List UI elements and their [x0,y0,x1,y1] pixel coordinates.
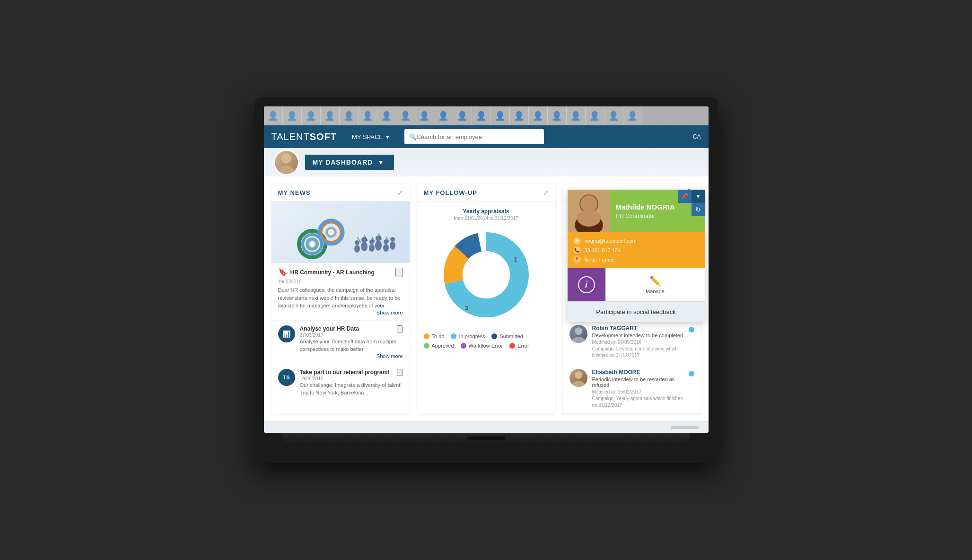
participate-social-feedback-button[interactable]: Participate in social feedback [568,301,705,322]
my-news-panel: MY NEWS ⤢ [271,184,410,414]
news-options-button-2[interactable]: ··· [397,325,403,332]
referral-header: Take part in our referral program! ··· [300,369,403,376]
svg-point-1 [278,166,295,175]
legend-submitted: Submitted [491,333,523,339]
profile-panel-top: Mathilde NOGRIA HR Coordinator 📌 ▾ ↻ [568,190,705,232]
dashboard-title-button[interactable]: MY DASHBOARD ▼ [305,155,394,170]
action-status-dot-5 [689,371,694,376]
profile-pin-button[interactable]: 📌 [678,190,692,203]
action-person-name-4: Robin TAGGART [592,325,684,332]
legend-dot-approved [424,343,429,349]
news-icon-hr: 📊 [278,325,295,342]
svg-point-41 [575,327,582,335]
chart-legend: To do In progress Submitted Approve [417,329,555,353]
legend-to-do: To do [424,333,445,339]
news-item: 🔖 HR Community - AR Launching ··· 19/05/… [271,263,410,321]
search-input[interactable] [417,133,539,140]
analyse-hr-text: Analyse your Talentsoft data from multip… [300,338,403,353]
profile-logout-button[interactable]: ↻ [692,203,705,216]
dashboard-title: MY DASHBOARD [313,158,373,166]
news-icon-item-2: TS Take part in our referral program! ··… [271,364,410,402]
bottom-bar [264,421,709,433]
svg-point-3 [355,240,359,245]
action-avatar-robin2 [569,325,587,343]
legend-approved: Approved [424,343,454,349]
chart-section: Yearly appraisals from 21/01/2014 to 31/… [417,201,555,329]
news-graphic [284,204,397,261]
profile-job-title: HR Coordinator [616,213,699,219]
robin-taggart-content-2: Robin TAGGART Development interview to b… [592,325,684,359]
svg-point-12 [390,241,395,250]
phone-value: 33 101 010 101 [585,247,621,253]
my-space-label: MY SPACE [352,133,383,140]
action-item-5: Elisabeth MOORE Periodic interview to be… [563,364,701,414]
my-space-button[interactable]: MY SPACE ▾ [346,131,395,143]
action-detail-7: Modified on 06/09/2016 [592,339,684,346]
location-icon: 📍 [573,256,581,263]
svg-point-4 [361,242,368,251]
action-person-name-5: Elisabeth MOORE [592,369,684,376]
expand-news-button[interactable]: ⤢ [397,189,403,196]
news-item-date: 19/05/2016 [278,279,403,284]
dropdown-arrow-icon: ▼ [377,158,385,166]
svg-point-49 [577,210,601,227]
news-item-title-group: 🔖 HR Community - AR Launching [278,268,375,277]
my-follow-up-header: MY FOLLOW-UP ⤢ [417,184,555,201]
donut-chart: 1 3 [424,228,549,322]
svg-point-10 [383,244,389,252]
legend-dot-inprogress [451,333,456,339]
legend-in-progress: In progress [451,333,485,339]
legend-label-approved: Approved [432,343,454,349]
news-item-title: HR Community - AR Launching [290,269,375,276]
action-detail-8: Campaign: Development Interview which fi… [592,346,684,359]
legend-label-todo: To do [432,333,445,339]
scroll-indicator [671,426,699,429]
news-options-button[interactable]: ··· [395,268,403,277]
referral-date: 19/06/2016 [300,376,403,381]
profile-bottom-buttons: i ✏️ Manage [568,268,705,301]
expand-follow-up-button[interactable]: ⤢ [543,189,549,196]
show-more-link[interactable]: Show more [278,310,403,315]
banner-overlay [264,106,709,125]
legend-dot-workflow-error [461,343,466,349]
chart-icon: 📊 [282,330,290,338]
profile-panel-controls: 📌 ▾ [678,190,705,203]
search-box[interactable]: 🔍 [404,129,544,144]
legend-label-submitted: Submitted [499,333,523,339]
profile-panel: Mathilde NOGRIA HR Coordinator 📌 ▾ ↻ [568,190,705,322]
action-item-4: Robin TAGGART Development interview to b… [563,320,701,364]
news-icon-item: 📊 Analyse your HR Data ··· 27/03/2017 An… [271,321,410,364]
profile-email: ✉ nogria@talentsoft.com [573,237,699,245]
svg-point-44 [572,381,585,387]
news-options-button-3[interactable]: ··· [397,369,403,376]
app-logo: TALENTSOFT [271,131,337,142]
profile-logout-area: ↻ [692,203,705,216]
laptop-base [283,433,690,444]
chart-subtitle: from 21/01/2014 to 31/12/2017 [424,216,549,221]
profile-manage-button[interactable]: ✏️ Manage [605,268,705,301]
action-avatar-elisabeth [569,369,587,387]
svg-point-13 [390,237,395,242]
referral-content: Take part in our referral program! ··· 1… [300,369,403,397]
logo-talent: TALENT [271,131,310,142]
profile-dropdown-button[interactable]: ▾ [692,190,705,203]
profile-name: Mathilde NOGRIA [616,203,699,211]
photo-banner: 👤 👤 👤 👤 👤 👤 👤 👤 👤 👤 👤 👤 👤 👤 👤 👤 👤 👤 👤 👤 [264,106,709,125]
news-item-header: 🔖 HR Community - AR Launching ··· [278,268,403,277]
email-icon: ✉ [573,237,581,245]
elisabeth-moore-content: Elisabeth MOORE Periodic interview to be… [592,369,684,409]
logo-soft: SOFT [310,131,337,142]
legend-dot-submitted [491,333,497,339]
show-more-link-2[interactable]: Show more [300,353,403,359]
profile-info-button[interactable]: i [568,268,605,301]
manage-label: Manage [646,289,665,294]
referral-text: Our challenge: Integrate a diversity of … [300,381,403,397]
action-type-5: Periodic interview to be restarted as re… [592,376,684,388]
location-value: Île de France [585,257,615,262]
legend-label-error: Error [517,343,529,349]
donut-svg: 1 3 [434,228,538,322]
profile-portrait [568,190,610,232]
svg-point-8 [375,240,382,251]
search-icon: 🔍 [409,133,417,140]
legend-label-inprogress: In progress [459,333,485,339]
